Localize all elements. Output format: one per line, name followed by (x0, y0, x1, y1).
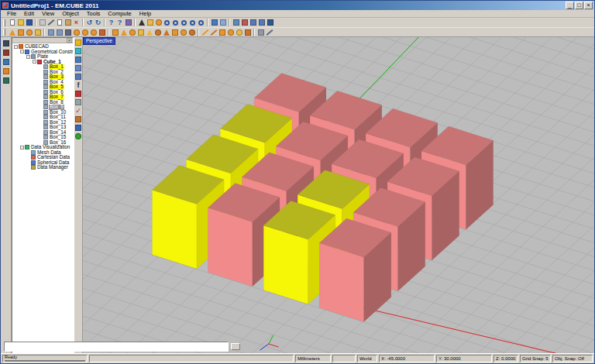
paste-icon[interactable] (64, 19, 72, 27)
rectangle-tool-icon[interactable] (218, 28, 226, 36)
cylinder-primitive-icon[interactable] (136, 28, 145, 36)
validate-icon[interactable]: ✓ (74, 107, 82, 115)
window-tile-horizontal-icon[interactable] (249, 19, 257, 27)
viewport-layout-icon[interactable] (74, 56, 82, 64)
array-icon[interactable] (55, 28, 64, 36)
tree-panel-header[interactable]: × (12, 38, 73, 43)
open-project-icon[interactable] (16, 19, 25, 27)
section-plane-icon[interactable] (74, 47, 82, 55)
message-window-splitter[interactable] (231, 343, 240, 350)
menu-view[interactable]: View (38, 10, 58, 17)
zoom-out-icon[interactable] (171, 19, 180, 27)
pan-icon[interactable] (146, 19, 154, 27)
menu-compute[interactable]: Compute (104, 10, 135, 17)
tree-expander-icon[interactable]: - (20, 50, 24, 53)
message-window[interactable] (4, 342, 229, 352)
copy-icon[interactable] (55, 19, 64, 27)
minimize-button[interactable]: _ (566, 2, 574, 9)
view-wireframe-icon[interactable] (218, 19, 227, 27)
delete-icon[interactable]: × (72, 19, 81, 27)
sphere-primitive-icon[interactable] (128, 28, 136, 36)
zoom-in-icon[interactable] (163, 19, 171, 27)
layers-icon[interactable] (74, 98, 82, 106)
tree-expander-icon[interactable]: - (14, 45, 18, 49)
select-icon[interactable] (137, 19, 146, 27)
zoom-window-icon[interactable] (180, 19, 188, 27)
zoom-previous-icon[interactable] (197, 19, 205, 27)
tree-item-data-manager[interactable]: Data Manager (12, 165, 73, 170)
context-help-icon[interactable]: ? (115, 19, 124, 27)
render-icon[interactable] (74, 39, 82, 46)
new-document-icon[interactable] (8, 19, 16, 27)
circle-tool-icon[interactable] (226, 28, 235, 36)
menu-tools[interactable]: Tools (83, 10, 105, 17)
fullscreen-icon[interactable] (266, 19, 274, 27)
window-new-icon[interactable] (232, 19, 240, 27)
polyline-tool-icon[interactable] (209, 28, 218, 36)
tree-close-icon[interactable]: × (67, 38, 72, 43)
viewport-3d[interactable]: Perspective (83, 37, 594, 353)
tree-expander-icon[interactable]: - (20, 146, 24, 149)
move-object-icon[interactable] (16, 28, 25, 36)
polygon-tool-icon[interactable] (243, 28, 252, 36)
help-icon[interactable]: ? (107, 19, 115, 27)
window-cascade-icon[interactable] (240, 19, 249, 27)
redo-icon[interactable]: ↻ (94, 19, 102, 27)
tree-expander-icon[interactable]: - (33, 60, 36, 64)
sphere-view-icon[interactable] (74, 132, 82, 140)
explode-icon[interactable] (98, 28, 106, 36)
annotation-icon[interactable] (74, 115, 82, 123)
window-tile-vertical-icon[interactable] (257, 19, 266, 27)
mirror-object-icon[interactable] (33, 28, 42, 36)
menu-file[interactable]: File (3, 10, 20, 17)
module-icon-3[interactable] (2, 57, 10, 66)
view-shaded-icon[interactable] (210, 19, 218, 27)
scene-svg[interactable] (83, 37, 594, 353)
boolean-intersect-icon[interactable] (89, 28, 98, 36)
line-tool-icon[interactable] (201, 28, 209, 36)
orbit-icon[interactable] (154, 19, 163, 27)
screen-icon[interactable] (74, 124, 82, 132)
undo-icon[interactable]: ↺ (85, 19, 94, 27)
box-primitive-icon[interactable] (111, 28, 119, 36)
zoom-extents-icon[interactable] (188, 19, 197, 27)
render-options-icon[interactable] (124, 19, 132, 27)
maximize-button[interactable]: □ (575, 2, 583, 9)
boolean-subtract-icon[interactable] (81, 28, 89, 36)
menu-object[interactable]: Object (58, 10, 83, 17)
pyramid-primitive-icon[interactable] (119, 28, 128, 36)
save-icon[interactable] (25, 19, 33, 27)
close-button[interactable]: × (584, 2, 593, 9)
toolbar-grip[interactable] (3, 29, 5, 36)
cut-icon[interactable] (46, 19, 55, 27)
title-bar[interactable]: UntitledProj1 - EM.CUBE 2011 _ □ × (1, 1, 594, 10)
cone-primitive-icon[interactable] (145, 28, 153, 36)
select-object-icon[interactable] (8, 28, 16, 36)
torus-primitive-icon[interactable] (153, 28, 162, 36)
extrude-icon[interactable] (170, 28, 179, 36)
snap-grid-icon[interactable] (256, 28, 265, 36)
script-icon[interactable]: f (74, 81, 82, 89)
module-icon-4[interactable] (2, 67, 10, 75)
align-icon[interactable] (46, 28, 55, 36)
tree-expander-icon[interactable]: - (26, 55, 30, 59)
grid-settings-icon[interactable] (74, 73, 82, 81)
print-icon[interactable] (38, 19, 46, 27)
rotate-object-icon[interactable] (25, 28, 33, 36)
wedge-primitive-icon[interactable] (162, 28, 170, 36)
menu-edit[interactable]: Edit (20, 10, 38, 17)
revolve-icon[interactable] (179, 28, 187, 36)
box-3-3[interactable] (319, 218, 391, 321)
group-icon[interactable] (64, 28, 72, 36)
arc-tool-icon[interactable] (235, 28, 243, 36)
module-icon-1[interactable] (2, 39, 10, 47)
helix-icon[interactable] (187, 28, 196, 36)
mesh-settings-icon[interactable] (74, 64, 82, 72)
material-icon[interactable] (74, 90, 82, 98)
module-icon-5[interactable] (2, 76, 10, 84)
measure-icon[interactable] (265, 28, 273, 36)
boolean-union-icon[interactable] (72, 28, 81, 36)
module-icon-2[interactable] (2, 48, 10, 57)
toolbar-grip[interactable] (3, 19, 5, 26)
menu-help[interactable]: Help (136, 10, 155, 17)
